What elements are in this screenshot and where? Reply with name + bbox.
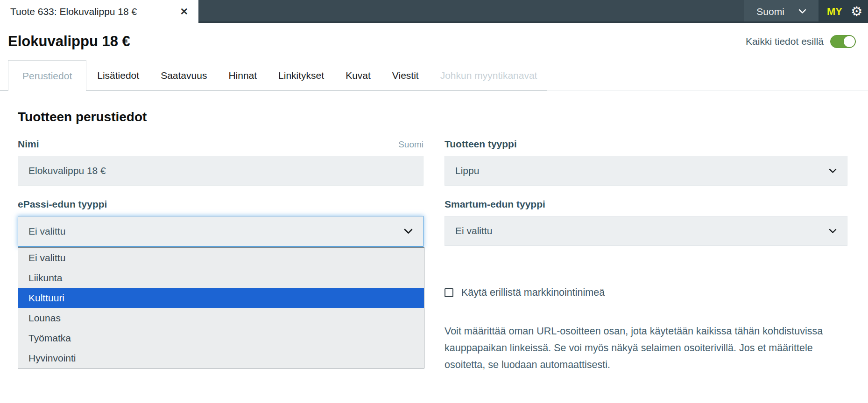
- marketing-name-checkbox[interactable]: [445, 288, 453, 297]
- chevron-down-icon: [829, 229, 837, 234]
- tab-hinnat[interactable]: Hinnat: [218, 60, 268, 91]
- epassi-option-lounas[interactable]: Lounas: [18, 308, 424, 328]
- page-header: Elokuvalippu 18 € Kaikki tiedot esillä: [0, 23, 868, 50]
- product-type-label: Tuotteen tyyppi: [445, 139, 517, 150]
- user-badge[interactable]: MY: [827, 6, 842, 18]
- product-tab-title: Tuote 633: Elokuvalippu 18 €: [10, 6, 137, 17]
- visibility-toggle-label: Kaikki tiedot esillä: [746, 36, 824, 47]
- tab-perustiedot[interactable]: Perustiedot: [8, 60, 86, 91]
- product-type-value: Lippu: [455, 165, 479, 176]
- close-icon[interactable]: ✕: [180, 7, 188, 16]
- basic-info-form: Nimi Suomi ePassi-edun tyyppi Ei valittu…: [18, 139, 847, 373]
- tab-kuvat[interactable]: Kuvat: [335, 60, 381, 91]
- url-help-text: Voit määrittää oman URL-osoitteen osan, …: [445, 323, 847, 373]
- chevron-down-icon: [829, 168, 837, 174]
- smartum-field-label: Smartum-edun tyyppi: [445, 199, 545, 210]
- chevron-down-icon: [798, 9, 806, 14]
- tab-strip: Perustiedot Lisätiedot Saatavuus Hinnat …: [0, 60, 868, 91]
- smartum-select[interactable]: Ei valittu: [445, 216, 847, 246]
- page-title: Elokuvalippu 18 €: [8, 33, 130, 50]
- epassi-select-wrap: Ei valittu Ei valittu Liikunta Kulttuuri…: [18, 216, 423, 247]
- gear-icon[interactable]: ⚙: [851, 5, 862, 18]
- epassi-option-liikunta[interactable]: Liikunta: [18, 268, 424, 288]
- tab-viestit[interactable]: Viestit: [381, 60, 430, 91]
- epassi-dropdown: Ei valittu Liikunta Kulttuuri Lounas Työ…: [18, 247, 424, 368]
- tab-saatavuus[interactable]: Saatavuus: [150, 60, 218, 91]
- tab-myyntikanavat: Johkun myyntikanavat: [430, 60, 548, 91]
- epassi-select[interactable]: Ei valittu: [18, 216, 423, 247]
- smartum-select-value: Ei valittu: [455, 225, 492, 236]
- form-left-column: Nimi Suomi ePassi-edun tyyppi Ei valittu…: [18, 139, 423, 373]
- epassi-option-kulttuuri[interactable]: Kulttuuri: [18, 288, 424, 308]
- marketing-name-label[interactable]: Käytä erillistä markkinointinimeä: [461, 287, 605, 299]
- marketing-name-row: Käytä erillistä markkinointinimeä: [445, 287, 847, 299]
- form-right-column: Tuotteen tyyppi Lippu Smartum-edun tyypp…: [445, 139, 847, 373]
- name-input[interactable]: [18, 156, 423, 186]
- epassi-option-tyomatka[interactable]: Työmatka: [18, 328, 424, 348]
- language-selector[interactable]: Suomi: [744, 0, 819, 23]
- topbar-spacer: [198, 0, 744, 23]
- settings-area: MY ⚙: [819, 0, 868, 23]
- name-locale-tag: Suomi: [398, 139, 423, 150]
- top-bar: Tuote 633: Elokuvalippu 18 € ✕ Suomi MY …: [0, 0, 868, 23]
- epassi-field-label: ePassi-edun tyyppi: [18, 199, 107, 210]
- toggle-knob: [844, 36, 855, 47]
- visibility-toggle-group: Kaikki tiedot esillä: [746, 35, 856, 48]
- tab-linkitykset[interactable]: Linkitykset: [268, 60, 335, 91]
- product-type-select[interactable]: Lippu: [445, 156, 847, 186]
- section-heading: Tuotteen perustiedot: [18, 110, 868, 125]
- epassi-select-value: Ei valittu: [28, 226, 65, 237]
- product-document-tab[interactable]: Tuote 633: Elokuvalippu 18 € ✕: [0, 0, 198, 23]
- tab-lisatiedot[interactable]: Lisätiedot: [86, 60, 150, 91]
- all-info-toggle[interactable]: [830, 35, 856, 48]
- language-label: Suomi: [756, 6, 784, 17]
- epassi-option-ei-valittu[interactable]: Ei valittu: [18, 248, 424, 268]
- chevron-down-icon: [404, 229, 413, 234]
- epassi-option-hyvinvointi[interactable]: Hyvinvointi: [18, 348, 424, 368]
- name-field-label: Nimi: [18, 139, 39, 150]
